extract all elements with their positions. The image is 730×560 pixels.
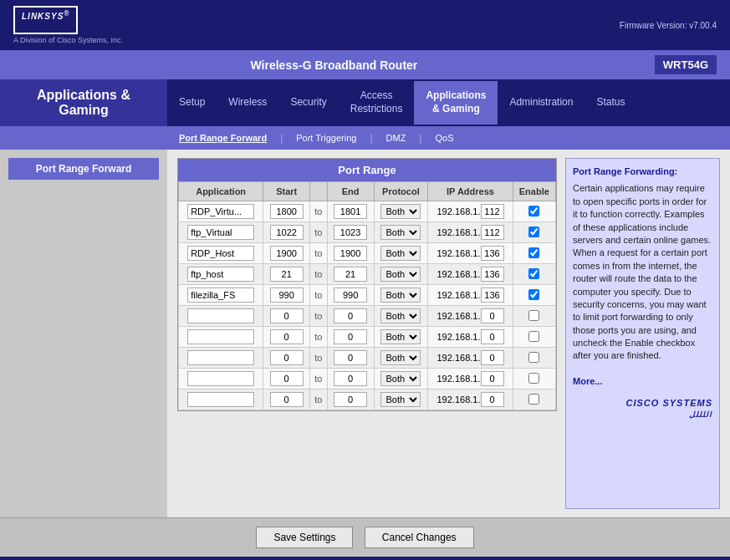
select-protocol-7[interactable]: BothTCPUDP: [380, 350, 421, 365]
table-row: toBothTCPUDP192.168.1.: [179, 327, 556, 348]
cell-enable-7: [513, 348, 555, 369]
select-protocol-1[interactable]: BothTCPUDP: [380, 225, 421, 240]
input-ip-last-9[interactable]: [481, 392, 504, 407]
checkbox-enable-6[interactable]: [528, 331, 539, 342]
input-end-9[interactable]: [334, 392, 367, 407]
input-app-0[interactable]: [187, 204, 254, 219]
input-app-2[interactable]: [187, 246, 254, 261]
input-end-5[interactable]: [334, 308, 367, 323]
nav-item-security[interactable]: Security: [278, 88, 338, 118]
cell-end-1: [327, 222, 374, 243]
input-ip-last-3[interactable]: [481, 267, 504, 282]
input-app-3[interactable]: [187, 267, 254, 282]
sub-nav-port-triggering[interactable]: Port Triggering: [284, 130, 368, 146]
select-protocol-3[interactable]: BothTCPUDP: [380, 267, 421, 282]
nav-item-administration[interactable]: Administration: [498, 88, 585, 118]
input-ip-last-6[interactable]: [481, 329, 504, 344]
input-end-6[interactable]: [334, 329, 367, 344]
router-model: WRT54G: [655, 55, 717, 74]
main-content: Port Range Forward Port Range Applicatio…: [0, 150, 730, 517]
input-app-9[interactable]: [187, 392, 254, 407]
input-end-2[interactable]: [334, 246, 367, 261]
select-protocol-8[interactable]: BothTCPUDP: [380, 371, 421, 386]
input-end-7[interactable]: [334, 350, 367, 365]
checkbox-enable-5[interactable]: [528, 310, 539, 321]
save-settings-button[interactable]: Save Settings: [256, 527, 353, 548]
select-protocol-0[interactable]: BothTCPUDP: [380, 204, 421, 219]
input-app-5[interactable]: [187, 308, 254, 323]
input-app-4[interactable]: [187, 288, 254, 303]
input-start-0[interactable]: [270, 204, 304, 219]
cancel-changes-button[interactable]: Cancel Changes: [365, 527, 474, 548]
input-ip-last-7[interactable]: [481, 350, 504, 365]
cell-to-3: to: [310, 264, 328, 285]
bottom-bar: [0, 557, 730, 560]
input-ip-last-5[interactable]: [481, 308, 504, 323]
input-start-9[interactable]: [270, 392, 304, 407]
input-start-1[interactable]: [270, 225, 304, 240]
select-protocol-4[interactable]: BothTCPUDP: [380, 288, 421, 303]
input-app-1[interactable]: [187, 225, 254, 240]
checkbox-enable-7[interactable]: [528, 352, 539, 363]
nav-item-wireless[interactable]: Wireless: [217, 88, 278, 118]
checkbox-enable-4[interactable]: [528, 289, 539, 300]
select-protocol-2[interactable]: BothTCPUDP: [380, 246, 421, 261]
sub-nav-dmz[interactable]: DMZ: [375, 130, 418, 146]
input-ip-last-1[interactable]: [481, 225, 504, 240]
cell-end-6: [327, 327, 374, 348]
brand-name: LINKSYS®: [22, 12, 69, 21]
cell-end-9: [327, 389, 374, 410]
input-start-8[interactable]: [270, 371, 304, 386]
checkbox-enable-0[interactable]: [528, 206, 539, 216]
cell-to-0: to: [310, 201, 328, 222]
sub-nav-qos[interactable]: QoS: [423, 130, 465, 146]
checkbox-enable-8[interactable]: [528, 373, 539, 384]
checkbox-enable-1[interactable]: [528, 227, 539, 237]
input-end-0[interactable]: [334, 204, 367, 219]
select-protocol-6[interactable]: BothTCPUDP: [380, 329, 421, 344]
ip-prefix-6: 192.168.1.: [437, 332, 481, 342]
ip-prefix-1: 192.168.1.: [437, 227, 481, 237]
input-end-1[interactable]: [334, 225, 367, 240]
select-protocol-9[interactable]: BothTCPUDP: [380, 392, 421, 407]
input-start-5[interactable]: [270, 308, 304, 323]
registered-mark: ®: [64, 9, 69, 18]
nav-item-setup[interactable]: Setup: [167, 88, 217, 118]
cell-start-3: [263, 264, 310, 285]
input-start-4[interactable]: [270, 288, 304, 303]
ip-prefix-3: 192.168.1.: [437, 269, 481, 279]
ip-prefix-0: 192.168.1.: [437, 206, 481, 216]
input-app-8[interactable]: [187, 371, 254, 386]
cell-start-4: [263, 285, 310, 306]
input-app-6[interactable]: [187, 329, 254, 344]
input-ip-last-8[interactable]: [481, 371, 504, 386]
input-start-7[interactable]: [270, 350, 304, 365]
input-app-7[interactable]: [187, 350, 254, 365]
input-start-2[interactable]: [270, 246, 304, 261]
input-ip-last-0[interactable]: [481, 204, 504, 219]
cell-enable-5: [513, 306, 555, 327]
cell-end-7: [327, 348, 374, 369]
help-more-link[interactable]: More...: [573, 376, 602, 386]
sub-nav-port-range[interactable]: Port Range Forward: [167, 130, 278, 146]
input-ip-last-2[interactable]: [481, 246, 504, 261]
select-protocol-5[interactable]: BothTCPUDP: [380, 308, 421, 323]
input-ip-last-4[interactable]: [481, 288, 504, 303]
nav-item-status[interactable]: Status: [585, 88, 636, 118]
sub-nav: Port Range Forward | Port Triggering | D…: [0, 126, 730, 150]
nav-item-apps-gaming[interactable]: Applications& Gaming: [414, 81, 498, 124]
cell-enable-3: [513, 264, 555, 285]
cell-protocol-6: BothTCPUDP: [374, 327, 428, 348]
input-end-3[interactable]: [334, 267, 367, 282]
input-end-8[interactable]: [334, 371, 367, 386]
nav-item-access[interactable]: AccessRestrictions: [339, 81, 415, 124]
port-range-table: Application Start End Protocol IP Addres…: [178, 181, 556, 410]
checkbox-enable-2[interactable]: [528, 247, 539, 258]
input-start-3[interactable]: [270, 267, 304, 282]
input-start-6[interactable]: [270, 329, 304, 344]
input-end-4[interactable]: [334, 288, 367, 303]
cell-protocol-1: BothTCPUDP: [374, 222, 428, 243]
checkbox-enable-3[interactable]: [528, 268, 539, 279]
cell-ip-2: 192.168.1.: [428, 243, 513, 264]
checkbox-enable-9[interactable]: [528, 394, 539, 405]
